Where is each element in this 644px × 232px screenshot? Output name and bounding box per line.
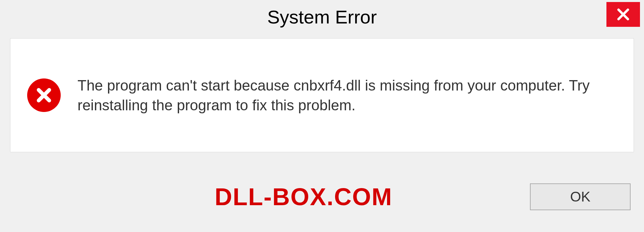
footer-area: DLL-BOX.COM OK: [0, 172, 644, 232]
title-bar: System Error: [0, 0, 644, 34]
close-button[interactable]: [606, 2, 640, 27]
ok-button[interactable]: OK: [530, 183, 631, 210]
watermark-text: DLL-BOX.COM: [215, 183, 392, 211]
dialog-title: System Error: [267, 6, 377, 28]
error-icon: [27, 78, 61, 112]
error-message: The program can't start because cnbxrf4.…: [77, 75, 617, 115]
content-panel: The program can't start because cnbxrf4.…: [10, 38, 634, 152]
ok-button-label: OK: [570, 189, 591, 205]
close-icon: [616, 7, 630, 21]
